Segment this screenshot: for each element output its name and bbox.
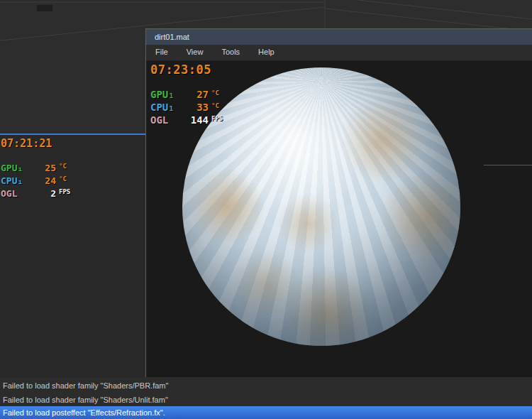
ogl-label: OGL <box>1 188 32 199</box>
ogl-fps-unit: FPS <box>211 115 223 122</box>
ogl-fps-value: 144 <box>186 114 209 126</box>
console-log: Failed to load shader family "Shaders/PB… <box>0 378 532 419</box>
ogl-fps-unit: FPS <box>59 188 70 195</box>
ogl-fps-value: 2 <box>32 188 56 199</box>
monitor-hud-back: 07:21:21 GPU₁ 25 °C CPU₁ 24 °C OGL 2 FPS <box>1 137 70 201</box>
material-sphere[interactable] <box>182 67 460 346</box>
gpu-label: GPU₁ <box>1 163 32 173</box>
gpu-temp-unit: °C <box>59 163 67 170</box>
preview-viewport[interactable]: 07:23:05 GPU₁ 27 °C CPU₁ 33 °C OGL 144 <box>146 61 532 377</box>
cpu-temp-value: 33 <box>186 102 209 113</box>
menu-bar: File View Tools Help <box>146 45 532 61</box>
cpu-label: CPU₁ <box>1 175 32 186</box>
console-line-selected[interactable]: Failed to load posteffect "Effects/Refra… <box>0 406 532 419</box>
window-title: dirt01.mat <box>155 33 189 41</box>
cpu-row: CPU₁ 33 °C <box>150 102 223 114</box>
cpu-temp-unit: °C <box>211 102 219 109</box>
ogl-label: OGL <box>150 114 186 126</box>
scene-object <box>37 5 52 11</box>
gpu-temp-value: 27 <box>186 89 209 100</box>
gpu-row: GPU₁ 25 °C <box>1 163 70 175</box>
gpu-row: GPU₁ 27 °C <box>150 89 223 102</box>
preview-grid-line <box>484 165 532 165</box>
monitor-hud-front: 07:23:05 GPU₁ 27 °C CPU₁ 33 °C OGL 144 <box>150 62 223 127</box>
ogl-row: OGL 2 FPS <box>1 188 70 201</box>
stats-rows-back: GPU₁ 25 °C CPU₁ 24 °C OGL 2 FPS <box>1 163 70 201</box>
clock-front: 07:23:05 <box>150 62 223 77</box>
cpu-row: CPU₁ 24 °C <box>1 175 70 188</box>
stats-rows-front: GPU₁ 27 °C CPU₁ 33 °C OGL 144 FPS <box>150 89 223 127</box>
console-line[interactable]: Failed to load shader family "Shaders/Un… <box>0 393 532 406</box>
cpu-label: CPU₁ <box>150 102 186 113</box>
menu-help[interactable]: Help <box>249 45 284 60</box>
window-titlebar[interactable]: dirt01.mat <box>146 29 532 45</box>
console-line[interactable]: Failed to load shader family "Shaders/PB… <box>0 378 532 393</box>
viewport-background: 07:21:21 GPU₁ 25 °C CPU₁ 24 °C OGL 2 FPS <box>0 0 532 419</box>
left-stats-panel: 07:21:21 GPU₁ 25 °C CPU₁ 24 °C OGL 2 FPS <box>0 134 145 378</box>
clock-back: 07:21:21 <box>1 137 70 150</box>
gpu-label: GPU₁ <box>150 89 186 100</box>
gpu-temp-value: 25 <box>32 163 56 173</box>
menu-file[interactable]: File <box>146 45 177 60</box>
gpu-temp-unit: °C <box>211 89 219 97</box>
ogl-row: OGL 144 FPS <box>150 114 223 127</box>
cpu-temp-unit: °C <box>59 175 67 183</box>
cpu-temp-value: 24 <box>32 175 56 186</box>
menu-view[interactable]: View <box>177 45 213 60</box>
material-window: dirt01.mat File View Tools Help 07:23:05… <box>145 28 532 377</box>
menu-tools[interactable]: Tools <box>212 45 249 60</box>
